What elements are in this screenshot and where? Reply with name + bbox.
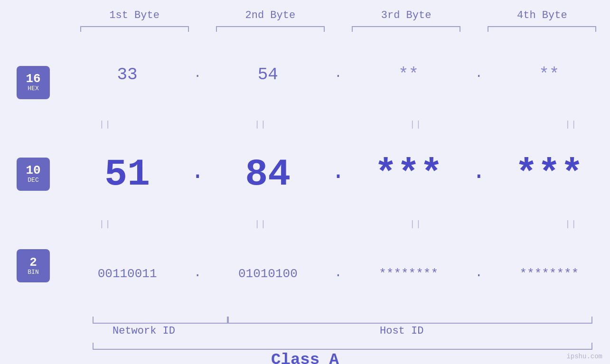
content-area: 16 HEX 10 DEC 2 BIN 33 . 54 xyxy=(0,32,610,317)
dec-badge-number: 10 xyxy=(26,164,40,177)
equals-2-4: || xyxy=(532,219,610,229)
bracket-line-4 xyxy=(488,26,596,32)
hex-value-2: 54 xyxy=(258,65,278,84)
dec-badge-label: DEC xyxy=(28,177,38,184)
dec-value-2: 84 xyxy=(245,153,291,196)
bracket-line-2 xyxy=(216,26,325,32)
dec-cell-3: *** xyxy=(348,153,469,196)
dec-dot-1: . xyxy=(188,160,207,188)
watermark: ipshu.com xyxy=(566,353,602,360)
bin-cell-3: ******** xyxy=(348,267,469,281)
data-columns: 33 . 54 . ** . ** || || xyxy=(66,32,610,317)
bin-dot-2: . xyxy=(329,266,348,282)
bracket-2 xyxy=(202,26,338,32)
equals-row-2: || || || || xyxy=(66,217,610,231)
bracket-1 xyxy=(66,26,202,32)
top-brackets xyxy=(66,26,610,32)
network-bracket xyxy=(93,317,228,324)
equals-2-3: || xyxy=(377,219,455,229)
dec-cell-4: *** xyxy=(488,153,610,196)
class-a-label: Class A xyxy=(271,351,339,364)
bracket-4 xyxy=(474,26,610,32)
badges-column: 16 HEX 10 DEC 2 BIN xyxy=(0,32,66,317)
dec-badge: 10 DEC xyxy=(17,158,50,191)
equals-2-1: || xyxy=(66,219,144,229)
hex-badge: 16 HEX xyxy=(17,66,50,99)
equals-1-2: || xyxy=(222,120,300,129)
bracket-line-3 xyxy=(352,26,460,32)
bin-badge-label: BIN xyxy=(28,269,38,276)
bottom-section: Network ID Host ID Class A xyxy=(0,317,610,364)
dec-dot-3: . xyxy=(469,160,488,188)
hex-cell-2: 54 xyxy=(207,65,328,84)
byte-header-4: 4th Byte xyxy=(474,9,610,21)
bin-value-4: ******** xyxy=(519,267,579,281)
dec-value-1: 51 xyxy=(104,153,150,196)
hex-value-4: ** xyxy=(539,65,559,84)
dec-value-4: *** xyxy=(515,153,583,196)
hex-dot-2: . xyxy=(329,67,348,83)
dec-row: 51 . 84 . *** . *** xyxy=(66,131,610,217)
bin-cell-2: 01010100 xyxy=(207,267,328,281)
main-container: 1st Byte 2nd Byte 3rd Byte 4th Byte 16 H… xyxy=(0,0,610,364)
byte-header-3: 3rd Byte xyxy=(338,9,474,21)
equals-1-3: || xyxy=(377,120,455,129)
network-id-label: Network ID xyxy=(113,325,175,337)
hex-dot-1: . xyxy=(188,67,207,83)
equals-1-4: || xyxy=(532,120,610,129)
bin-row: 00110011 . 01010100 . ******** . *******… xyxy=(66,231,610,317)
bin-dot-3: . xyxy=(469,266,488,282)
equals-1-1: || xyxy=(66,120,144,129)
hex-row: 33 . 54 . ** . ** xyxy=(66,32,610,117)
full-bracket xyxy=(93,343,592,350)
bin-value-3: ******** xyxy=(379,267,438,281)
byte-header-2: 2nd Byte xyxy=(202,9,338,21)
hex-badge-label: HEX xyxy=(28,85,38,93)
bin-cell-4: ******** xyxy=(488,267,610,281)
bracket-3 xyxy=(338,26,474,32)
dec-value-3: *** xyxy=(375,153,443,196)
hex-value-1: 33 xyxy=(117,65,138,84)
bin-value-2: 01010100 xyxy=(238,267,298,281)
hex-value-3: ** xyxy=(398,65,419,84)
dec-dot-2: . xyxy=(329,160,348,188)
bracket-line-1 xyxy=(80,26,189,32)
hex-badge-number: 16 xyxy=(26,73,40,85)
hex-cell-3: ** xyxy=(348,65,469,84)
hex-cell-4: ** xyxy=(488,65,610,84)
equals-2-2: || xyxy=(222,219,300,229)
bin-dot-1: . xyxy=(188,266,207,282)
hex-dot-3: . xyxy=(469,67,488,83)
equals-row-1: || || || || xyxy=(66,117,610,131)
dec-cell-1: 51 xyxy=(66,153,188,196)
byte-header-1: 1st Byte xyxy=(66,9,202,21)
bin-badge: 2 BIN xyxy=(17,249,50,282)
hex-cell-1: 33 xyxy=(66,65,188,84)
bin-cell-1: 00110011 xyxy=(66,267,188,281)
dec-cell-2: 84 xyxy=(207,153,328,196)
host-bracket xyxy=(228,317,592,324)
byte-headers: 1st Byte 2nd Byte 3rd Byte 4th Byte xyxy=(66,0,610,26)
bin-value-1: 00110011 xyxy=(98,267,157,281)
bin-badge-number: 2 xyxy=(29,256,37,269)
host-id-label: Host ID xyxy=(380,325,423,337)
